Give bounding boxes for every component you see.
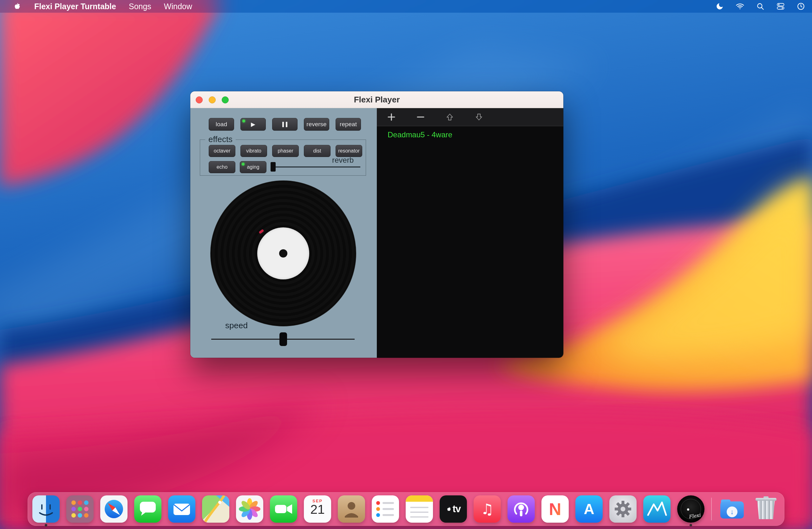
play-icon: ▶ bbox=[251, 121, 255, 127]
dock-system-preferences[interactable] bbox=[609, 495, 637, 523]
gear-icon bbox=[609, 495, 637, 523]
news-glyph: N bbox=[549, 500, 562, 518]
dock-calendar[interactable]: SEP 21 bbox=[304, 495, 331, 523]
podcasts-icon bbox=[508, 495, 535, 523]
dock-facetime[interactable] bbox=[270, 495, 297, 523]
music-note-icon: ♫ bbox=[474, 495, 501, 523]
dock-messages[interactable] bbox=[134, 495, 161, 523]
record-spindle bbox=[279, 249, 287, 258]
reverb-label: reverb bbox=[314, 156, 372, 165]
pause-icon bbox=[282, 122, 287, 127]
add-song-button[interactable] bbox=[385, 111, 398, 123]
desktop: Flexi Player Turntable Songs Window bbox=[0, 0, 812, 529]
dock-maps[interactable] bbox=[202, 495, 229, 523]
search-icon[interactable] bbox=[756, 2, 765, 11]
tv-label: tv bbox=[453, 503, 461, 515]
record-position-marker bbox=[259, 229, 264, 234]
reverb-slider-handle[interactable] bbox=[271, 162, 276, 172]
safari-compass-icon bbox=[100, 495, 128, 523]
finder-icon bbox=[32, 495, 60, 523]
window-title: Flexi Player bbox=[190, 91, 563, 108]
dock-prism-app[interactable] bbox=[643, 495, 670, 523]
menubar-item-window[interactable]: Window bbox=[164, 2, 192, 11]
play-active-led bbox=[242, 120, 245, 122]
dock-downloads[interactable]: ↓ bbox=[719, 495, 746, 523]
turntable-panel: load ▶ reverse repeat effects octaver bbox=[190, 108, 377, 358]
load-button[interactable]: load bbox=[209, 118, 234, 131]
maps-icon bbox=[202, 495, 229, 523]
dock-photos[interactable] bbox=[236, 495, 263, 523]
playlist: Deadmau5 - 4ware bbox=[377, 126, 563, 358]
dock-trash[interactable] bbox=[752, 495, 780, 523]
dock-reminders[interactable] bbox=[372, 495, 399, 523]
dock-podcasts[interactable] bbox=[508, 495, 535, 523]
window-title-bar[interactable]: Flexi Player bbox=[190, 91, 563, 108]
launchpad-icon bbox=[66, 495, 93, 523]
dock-app-store[interactable]: A bbox=[575, 495, 603, 523]
turntable-platter[interactable] bbox=[210, 180, 356, 326]
dock-apple-tv[interactable]: tv bbox=[440, 495, 467, 523]
photos-flower-icon bbox=[236, 495, 263, 523]
playlist-toolbar bbox=[377, 108, 563, 126]
effects-section: effects octaver vibrato phaser dist reso… bbox=[200, 139, 366, 176]
aging-button[interactable]: aging bbox=[240, 161, 266, 173]
flexi-player-window: Flexi Player load ▶ reverse repeat bbox=[190, 91, 563, 358]
resonator-button[interactable]: resonator bbox=[336, 145, 362, 157]
flexi-player-record-icon: Flexi bbox=[677, 495, 705, 523]
clock-icon[interactable] bbox=[796, 2, 806, 11]
moon-icon[interactable] bbox=[715, 2, 724, 11]
playlist-panel: Deadmau5 - 4ware bbox=[377, 108, 563, 358]
play-button[interactable]: ▶ bbox=[241, 118, 266, 131]
move-down-button[interactable] bbox=[473, 111, 485, 123]
menubar-item-songs[interactable]: Songs bbox=[129, 2, 151, 11]
menubar-app-name[interactable]: Flexi Player Turntable bbox=[34, 2, 116, 11]
aging-active-led bbox=[242, 163, 245, 165]
app-store-glyph: A bbox=[584, 500, 594, 518]
contacts-silhouette-icon bbox=[338, 495, 365, 523]
apple-menu-icon[interactable] bbox=[12, 2, 21, 11]
dock-finder[interactable] bbox=[32, 495, 60, 523]
vibrato-button[interactable]: vibrato bbox=[241, 145, 267, 157]
calendar-day: 21 bbox=[310, 503, 325, 516]
downloads-folder-icon: ↓ bbox=[719, 495, 746, 523]
dock-music[interactable]: ♫ bbox=[474, 495, 501, 523]
echo-button[interactable]: echo bbox=[209, 161, 235, 173]
dock-contacts[interactable] bbox=[338, 495, 365, 523]
control-center-icon[interactable] bbox=[776, 2, 785, 11]
octaver-button[interactable]: octaver bbox=[209, 145, 235, 157]
dock-flexi-player[interactable]: Flexi bbox=[677, 495, 705, 523]
phaser-button[interactable]: phaser bbox=[272, 145, 299, 157]
dock-mail[interactable] bbox=[168, 495, 195, 523]
reverse-button[interactable]: reverse bbox=[304, 118, 329, 131]
speed-label: speed bbox=[225, 321, 248, 330]
news-icon: N bbox=[541, 495, 569, 523]
messages-bubble-icon bbox=[134, 495, 161, 523]
dock: SEP 21 bbox=[28, 492, 784, 526]
wifi-icon[interactable] bbox=[735, 2, 745, 11]
pause-button[interactable] bbox=[272, 118, 298, 131]
dock-notes[interactable] bbox=[406, 495, 433, 523]
menu-bar: Flexi Player Turntable Songs Window bbox=[0, 0, 812, 13]
reverb-slider-track[interactable] bbox=[271, 166, 360, 167]
apple-tv-icon: tv bbox=[440, 495, 467, 523]
mountain-icon bbox=[643, 495, 670, 523]
reminders-icon bbox=[372, 495, 399, 523]
remove-song-button[interactable] bbox=[414, 111, 427, 123]
effects-label: effects bbox=[205, 134, 236, 144]
move-up-button[interactable] bbox=[444, 111, 456, 123]
notes-icon bbox=[406, 495, 433, 523]
playlist-item[interactable]: Deadmau5 - 4ware bbox=[377, 129, 563, 140]
facetime-camera-icon bbox=[270, 495, 297, 523]
trash-icon bbox=[752, 495, 780, 523]
dist-button[interactable]: dist bbox=[304, 145, 331, 157]
dock-separator bbox=[711, 498, 712, 520]
dock-safari[interactable] bbox=[100, 495, 128, 523]
calendar-icon: SEP 21 bbox=[304, 495, 331, 523]
dock-news[interactable]: N bbox=[541, 495, 569, 523]
repeat-button[interactable]: repeat bbox=[336, 118, 361, 131]
app-store-icon: A bbox=[575, 495, 603, 523]
speed-slider-handle[interactable] bbox=[279, 332, 287, 346]
transport-controls: load ▶ reverse repeat bbox=[209, 118, 361, 131]
mail-envelope-icon bbox=[168, 495, 195, 523]
dock-launchpad[interactable] bbox=[66, 495, 93, 523]
